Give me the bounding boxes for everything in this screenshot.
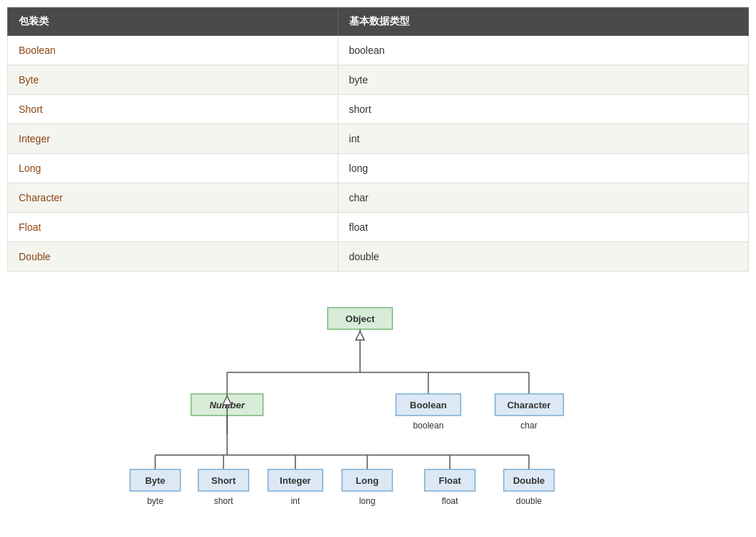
wrapper-cell: Float (8, 213, 338, 242)
byte-sub-text: byte (147, 496, 164, 506)
primitive-cell: int (338, 124, 748, 154)
wrapper-cell: Boolean (8, 36, 338, 65)
primitive-cell: short (338, 95, 748, 124)
integer-sub-text: int (291, 496, 300, 506)
character-node-label: Character (507, 400, 551, 410)
table-row: Doubledouble (8, 242, 749, 272)
wrapper-cell: Long (8, 154, 338, 183)
diagram-container: Object Number Boolean boolean Character (7, 293, 749, 537)
object-node-label: Object (346, 313, 375, 324)
double-sub-text: double (516, 496, 542, 506)
primitive-cell: byte (338, 65, 748, 95)
short-sub-text: short (214, 496, 234, 506)
table-row: Bytebyte (8, 65, 749, 95)
table-row: Longlong (8, 154, 749, 183)
double-node-label: Double (513, 475, 545, 486)
wrapper-cell: Byte (8, 65, 338, 95)
class-diagram: Object Number Boolean boolean Character (126, 300, 630, 523)
arrow-to-object (356, 331, 364, 340)
boolean-sub-text: boolean (413, 421, 444, 431)
long-sub-text: long (359, 496, 376, 506)
long-node-label: Long (356, 475, 379, 486)
integer-node-label: Integer (280, 475, 310, 486)
primitive-cell: boolean (338, 36, 748, 65)
boolean-node-label: Boolean (410, 400, 446, 410)
col-header-wrapper: 包装类 (8, 8, 338, 36)
character-sub-text: char (520, 421, 537, 431)
primitive-cell: long (338, 154, 748, 183)
wrapper-cell: Double (8, 242, 338, 272)
float-sub-text: float (442, 496, 458, 506)
table-row: Integerint (8, 124, 749, 154)
page-wrapper: 包装类 基本数据类型 BooleanbooleanBytebyteShortsh… (0, 0, 756, 537)
float-node-label: Float (438, 475, 461, 486)
wrapper-table: 包装类 基本数据类型 BooleanbooleanBytebyteShortsh… (7, 7, 749, 272)
wrapper-cell: Integer (8, 124, 338, 154)
col-header-primitive: 基本数据类型 (338, 8, 748, 36)
table-row: Characterchar (8, 183, 749, 213)
short-node-label: Short (211, 475, 236, 486)
primitive-cell: char (338, 183, 748, 213)
primitive-cell: float (338, 213, 748, 242)
wrapper-cell: Character (8, 183, 338, 213)
table-row: Shortshort (8, 95, 749, 124)
byte-node-label: Byte (145, 475, 165, 486)
primitive-cell: double (338, 242, 748, 272)
wrapper-cell: Short (8, 95, 338, 124)
table-row: Floatfloat (8, 213, 749, 242)
table-row: Booleanboolean (8, 36, 749, 65)
